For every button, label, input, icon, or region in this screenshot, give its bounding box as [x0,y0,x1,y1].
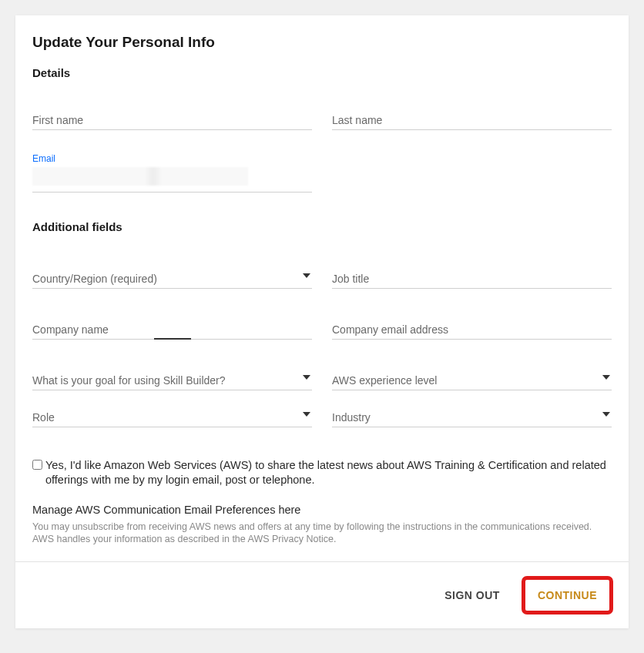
role-select[interactable]: Role [32,407,312,427]
country-jobtitle-row: Country/Region (required) Job title [32,269,612,289]
job-title-field[interactable]: Job title [332,269,612,289]
details-heading: Details [32,66,612,79]
goal-select[interactable]: What is your goal for using Skill Builde… [32,370,312,390]
first-name-field[interactable]: First name [32,110,312,130]
role-industry-row: Role Industry [32,407,612,427]
email-value-redacted [32,167,248,186]
goal-label: What is your goal for using Skill Builde… [32,374,226,387]
job-title-label: Job title [332,273,369,285]
email-field[interactable]: Email [32,153,312,193]
first-name-label: First name [32,114,83,126]
fine-print: You may unsubscribe from receiving AWS n… [32,521,612,547]
company-name-field[interactable]: Company name [32,320,312,340]
continue-highlight: CONTINUE [522,576,613,614]
empty-spacer [332,153,612,193]
last-name-label: Last name [332,114,382,126]
company-email-field[interactable]: Company email address [332,320,612,340]
industry-select[interactable]: Industry [332,407,612,427]
card-footer: SIGN OUT CONTINUE [15,561,629,628]
continue-button[interactable]: CONTINUE [527,581,608,609]
consent-checkbox[interactable] [32,460,42,470]
manage-preferences-link[interactable]: Manage AWS Communication Email Preferenc… [32,503,612,517]
card-body: Update Your Personal Info Details First … [15,15,629,561]
email-row: Email [32,153,612,193]
chevron-down-icon [602,375,610,380]
consent-label[interactable]: Yes, I'd like Amazon Web Services (AWS) … [45,458,612,487]
email-label: Email [32,153,312,164]
goal-experience-row: What is your goal for using Skill Builde… [32,370,612,390]
company-email-label: Company email address [332,323,448,336]
experience-select[interactable]: AWS experience level [332,370,612,390]
last-name-field[interactable]: Last name [332,110,612,130]
country-region-label: Country/Region (required) [32,273,157,285]
personal-info-card: Update Your Personal Info Details First … [15,15,629,628]
country-region-select[interactable]: Country/Region (required) [32,269,312,289]
industry-label: Industry [332,411,371,424]
chevron-down-icon [303,412,310,417]
chevron-down-icon [303,375,310,380]
role-label: Role [32,411,55,424]
name-row: First name Last name [32,110,612,130]
company-name-label: Company name [32,323,109,336]
additional-heading: Additional fields [32,220,612,233]
experience-label: AWS experience level [332,374,437,387]
chevron-down-icon [303,273,310,278]
page-title: Update Your Personal Info [32,34,612,51]
company-row: Company name Company email address [32,320,612,340]
chevron-down-icon [602,412,610,417]
sign-out-button[interactable]: SIGN OUT [434,581,511,609]
consent-block: Yes, I'd like Amazon Web Services (AWS) … [32,458,612,487]
